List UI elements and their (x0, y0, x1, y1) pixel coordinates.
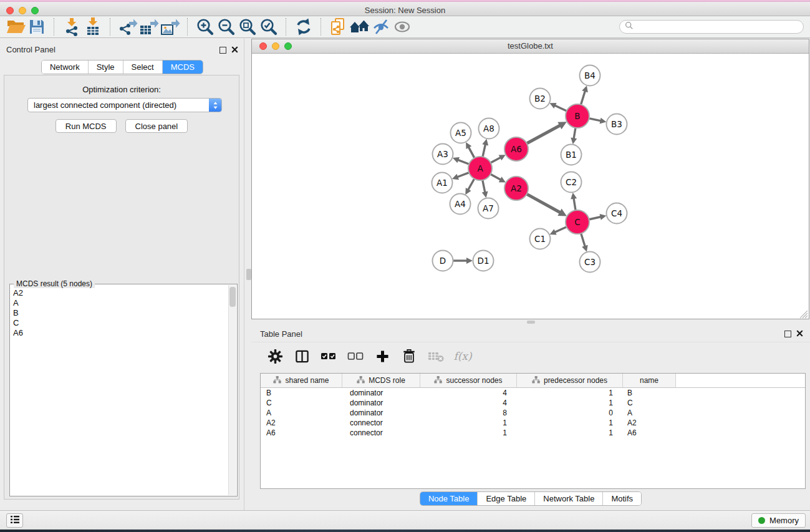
tab-select[interactable]: Select (123, 60, 162, 74)
table-float-icon[interactable] (784, 329, 791, 340)
memory-button[interactable]: Memory (751, 513, 806, 528)
graph-edge-A-A4[interactable] (465, 179, 474, 195)
graph-edge-D-D1[interactable] (453, 258, 473, 264)
resize-grip-icon[interactable] (800, 310, 808, 318)
tab-node-table[interactable]: Node Table (420, 492, 478, 505)
optimization-criterion-dropdown[interactable]: largest connected component (directed) (27, 98, 222, 112)
column-header-successor-nodes[interactable]: successor nodes (420, 374, 517, 387)
tab-motifs[interactable]: Motifs (602, 492, 641, 505)
open-icon[interactable] (5, 16, 26, 37)
network-graph-canvas[interactable]: B4B2BB3A8A5A6A3B1AC2A1A2A4A7C4CC1C3DD1 (252, 54, 809, 319)
graph-edge-C-C4[interactable] (589, 214, 606, 220)
graph-node-A[interactable]: A (468, 157, 492, 180)
task-history-button[interactable] (6, 513, 23, 528)
float-panel-icon[interactable] (219, 45, 226, 56)
mcds-result-list[interactable]: A2ABCA6 (11, 286, 228, 495)
graph-edge-C-C3[interactable] (581, 234, 588, 252)
graph-edge-B-B4[interactable] (581, 85, 588, 104)
graph-edge-B-B1[interactable] (571, 128, 577, 144)
graph-node-C1[interactable]: C1 (530, 229, 551, 249)
import-network-icon[interactable] (61, 16, 82, 37)
graph-edge-A-A2[interactable] (491, 174, 506, 182)
graph-edge-A-A8[interactable] (482, 139, 488, 157)
tab-mcds[interactable]: MCDS (162, 60, 203, 74)
import-table-icon[interactable] (82, 16, 104, 37)
network-minimize-button[interactable] (272, 42, 279, 50)
graph-edge-A2-C[interactable] (527, 194, 567, 216)
zoom-out-icon[interactable] (216, 16, 237, 37)
graph-node-A1[interactable]: A1 (432, 173, 453, 193)
graph-edge-A-A7[interactable] (482, 180, 488, 198)
graph-node-A4[interactable]: A4 (450, 194, 471, 215)
graph-node-C2[interactable]: C2 (561, 172, 582, 193)
table-row[interactable]: A6connector11A6 (261, 428, 805, 438)
horizontal-splitter-handle[interactable] (527, 321, 535, 324)
table-row[interactable]: Adominator80A (261, 408, 805, 418)
graph-node-A6[interactable]: A6 (504, 137, 528, 161)
close-panel-button[interactable]: Close panel (125, 119, 188, 133)
graph-edge-C-C1[interactable] (550, 227, 567, 235)
tab-style[interactable]: Style (88, 60, 123, 74)
graph-edge-B-B3[interactable] (589, 118, 606, 124)
network-close-button[interactable] (259, 42, 267, 50)
refresh-icon[interactable] (293, 16, 314, 37)
graph-node-D[interactable]: D (433, 251, 453, 271)
table-row[interactable]: Cdominator41C (261, 398, 805, 408)
graph-node-B1[interactable]: B1 (561, 145, 582, 165)
export-network-icon[interactable] (117, 16, 138, 37)
zoom-window-button[interactable] (31, 7, 39, 14)
graph-node-A8[interactable]: A8 (479, 118, 499, 139)
graph-edge-A-A1[interactable] (452, 173, 469, 180)
column-header-shared-name[interactable]: shared name (261, 374, 342, 387)
gear-icon[interactable] (266, 349, 284, 364)
mcds-result-item[interactable]: A (13, 298, 228, 308)
mcds-result-item[interactable]: A6 (13, 328, 228, 338)
graph-edge-A-A5[interactable] (466, 142, 475, 158)
graph-node-B[interactable]: B (566, 104, 589, 128)
graph-node-A3[interactable]: A3 (433, 144, 453, 165)
network-zoom-button[interactable] (284, 42, 292, 50)
table-row[interactable]: A2connector11A2 (261, 418, 805, 428)
export-image-icon[interactable] (160, 16, 181, 37)
zoom-in-icon[interactable] (195, 16, 216, 37)
search-input[interactable] (637, 22, 798, 32)
graph-edge-C-C2[interactable] (571, 193, 577, 210)
select-all-icon[interactable] (320, 351, 337, 361)
table-row[interactable]: Bdominator41B (261, 388, 805, 398)
vertical-splitter-handle[interactable] (246, 269, 251, 280)
graph-edge-A-A6[interactable] (491, 155, 506, 163)
mcds-result-item[interactable]: A2 (13, 288, 228, 298)
run-mcds-button[interactable]: Run MCDS (55, 119, 117, 133)
graph-node-C4[interactable]: C4 (607, 203, 627, 224)
deselect-all-icon[interactable] (347, 351, 364, 361)
columns-icon[interactable] (293, 349, 311, 364)
graph-node-C3[interactable]: C3 (580, 252, 600, 273)
search-box[interactable] (619, 20, 804, 34)
graph-node-A7[interactable]: A7 (478, 198, 499, 219)
graph-node-D1[interactable]: D1 (473, 251, 494, 271)
add-icon[interactable] (374, 350, 391, 363)
mcds-result-item[interactable]: C (13, 318, 228, 328)
graph-node-B4[interactable]: B4 (580, 65, 600, 86)
main-titlebar[interactable]: Session: New Session (0, 2, 810, 16)
table-close-icon[interactable] (796, 328, 803, 339)
graph-node-A5[interactable]: A5 (451, 123, 471, 143)
close-window-button[interactable] (6, 7, 14, 14)
tab-network-table[interactable]: Network Table (534, 492, 602, 505)
mcds-list-scrollbar[interactable] (228, 285, 236, 495)
home-icon[interactable] (349, 16, 370, 37)
tab-network[interactable]: Network (42, 60, 88, 74)
mcds-result-item[interactable]: B (13, 308, 228, 318)
graph-node-C[interactable]: C (566, 210, 589, 234)
doc-share-icon[interactable] (328, 16, 349, 37)
graph-node-B2[interactable]: B2 (530, 89, 551, 109)
show-eye-icon[interactable] (392, 16, 413, 37)
hide-eye-icon[interactable] (370, 16, 392, 37)
export-table-icon[interactable] (138, 16, 160, 37)
graph-node-A2[interactable]: A2 (504, 177, 528, 200)
trash-icon[interactable] (400, 349, 418, 364)
network-window-titlebar[interactable]: testGlobe.txt (252, 39, 809, 54)
minimize-window-button[interactable] (19, 7, 26, 14)
graph-node-B3[interactable]: B3 (607, 114, 627, 135)
zoom-selected-icon[interactable] (258, 16, 279, 37)
